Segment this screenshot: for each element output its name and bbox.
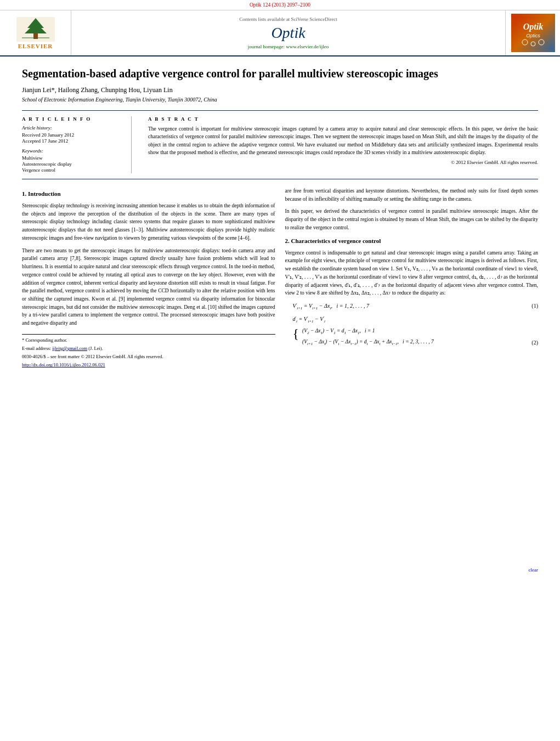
footnote-corresponding: * Corresponding author.: [22, 337, 275, 344]
article-meta-row: A R T I C L E I N F O Article history: R…: [22, 110, 538, 179]
footnote-doi: http://dx.doi.org/10.1016/j.ijleo.2012.0…: [22, 361, 275, 369]
formula2-case1: (V2 − Δx1) − V1 = d1 − Δx1, i = 1: [302, 327, 434, 336]
received-date: Received 20 January 2012: [22, 132, 125, 138]
journal-homepage: journal homepage: www.elsevier.de/ijleo: [248, 44, 329, 49]
formula2-block: d′i = V′i+1 − V′i { (V2 − Δx1) − V1 = d1…: [293, 315, 539, 347]
keyword-2: Autostereoscopic display: [22, 161, 125, 167]
formula1: V′i+1 = Vi+1 − Δxi, i = 1, 2, . . . , 7 …: [293, 302, 539, 312]
article-history: Article history: Received 20 January 201…: [22, 125, 125, 144]
article-info-col: A R T I C L E I N F O Article history: R…: [22, 116, 132, 173]
section2-heading: 2. Characteristics of vergence control: [285, 236, 539, 246]
section2-p1: Vergence control is indispensable to get…: [285, 249, 539, 297]
journal-header: ELSEVIER Contents lists available at Sci…: [0, 10, 560, 56]
article-title: Segmentation-based adaptive vergence con…: [22, 66, 538, 81]
intro-heading: 1. Introduction: [22, 189, 275, 199]
formula1-number: (1): [531, 302, 538, 310]
elsevier-tree-icon: [16, 17, 55, 42]
journal-ref: Optik 124 (2013) 2097–2100: [250, 2, 310, 8]
footnote-license: 0030-4026/$ – see front matter © 2012 El…: [22, 353, 275, 360]
brace-icon: {: [293, 327, 299, 340]
journal-title-display: Optik: [271, 24, 305, 42]
footnote-email: E-mail address: jjleitg@gmail.com (J. Le…: [22, 345, 275, 352]
abstract-label: A B S T R A C T: [148, 116, 538, 122]
abstract-col: A B S T R A C T The vergence control is …: [143, 116, 538, 173]
top-bar: Optik 124 (2013) 2097–2100: [0, 0, 560, 10]
article-info-label: A R T I C L E I N F O: [22, 116, 125, 122]
accepted-date: Accepted 17 June 2012: [22, 138, 125, 144]
body-two-col: 1. Introduction Stereoscopic display tec…: [22, 187, 538, 574]
clear-link[interactable]: clear: [529, 567, 538, 574]
content-area: Segmentation-based adaptive vergence con…: [0, 56, 560, 584]
sciverse-text: Contents lists available at SciVerse Sci…: [239, 16, 337, 22]
right-p2: In this paper, we derived the characteri…: [285, 207, 539, 231]
footnote-area: * Corresponding author. E-mail address: …: [22, 334, 275, 369]
optik-logo-icon: Optik Optics: [514, 16, 552, 49]
intro-p1: Stereoscopic display technology is recei…: [22, 202, 275, 242]
right-p1: are free from vertical disparities and k…: [285, 187, 539, 203]
keywords-section: Keywords: Multiview Autostereoscopic dis…: [22, 148, 125, 173]
case-lines: (V2 − Δx1) − V1 = d1 − Δx1, i = 1 (Vi+1 …: [302, 327, 434, 347]
clear-annotation-area: clear: [285, 567, 539, 574]
page-container: Optik 124 (2013) 2097–2100 ELSEVIER: [0, 0, 560, 741]
footnote-email-link[interactable]: jjleitg@gmail.com: [52, 346, 87, 351]
formula1-block: V′i+1 = Vi+1 − Δxi, i = 1, 2, . . . , 7 …: [293, 302, 539, 312]
copyright: © 2012 Elsevier GmbH. All rights reserve…: [148, 160, 538, 165]
header-right: Optik Optics: [505, 10, 560, 55]
body-right-col: are free from vertical disparities and k…: [285, 187, 539, 574]
affiliation: School of Electronic Information Enginee…: [22, 97, 538, 103]
body-left-col: 1. Introduction Stereoscopic display tec…: [22, 187, 275, 574]
elsevier-logo: ELSEVIER: [16, 17, 55, 49]
keyword-3: Vergence control: [22, 167, 125, 173]
keywords-label: Keywords:: [22, 148, 125, 154]
formula2-number: (2): [531, 338, 538, 347]
doi-link[interactable]: http://dx.doi.org/10.1016/j.ijleo.2012.0…: [22, 362, 105, 367]
formula2-case2: (Vi+1 − Δxi) − (Vi − Δxi−1) = di − Δxi +…: [302, 338, 434, 347]
history-label: Article history:: [22, 125, 125, 131]
optik-logo: Optik Optics: [511, 14, 555, 52]
homepage-url: www.elsevier.de/ijleo: [286, 44, 329, 49]
keyword-1: Multiview: [22, 155, 125, 161]
formula2-top: d′i = V′i+1 − V′i: [293, 315, 539, 325]
header-center: Contents lists available at SciVerse Sci…: [71, 10, 505, 55]
abstract-text: The vergence control is important for mu…: [148, 125, 538, 156]
header-left: ELSEVIER: [0, 10, 71, 55]
intro-p2: There are two means to get the stereosco…: [22, 247, 275, 327]
svg-text:Optik: Optik: [523, 22, 542, 32]
elsevier-text: ELSEVIER: [18, 43, 53, 49]
svg-text:Optics: Optics: [526, 33, 540, 38]
authors: Jianjun Lei*, Hailong Zhang, Chunping Ho…: [22, 86, 538, 94]
formula2-case: { (V2 − Δx1) − V1 = d1 − Δx1, i = 1 (Vi+…: [293, 327, 539, 347]
